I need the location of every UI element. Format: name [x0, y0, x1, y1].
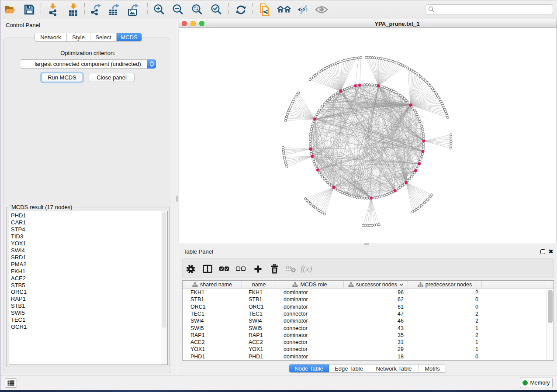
main-toolbar	[0, 0, 557, 18]
table-scrollbar[interactable]	[547, 289, 553, 360]
mcds-result-item[interactable]: PMA2	[11, 261, 167, 268]
zoom-selected-button[interactable]	[209, 3, 224, 17]
tab-network[interactable]: Network	[35, 33, 67, 41]
save-session-icon	[24, 4, 35, 15]
run-mcds-button[interactable]: Run MCDS	[41, 73, 83, 82]
table-row[interactable]: STB1STB1dominator620	[183, 296, 554, 303]
columns-button[interactable]	[201, 262, 214, 275]
zoom-out-button[interactable]	[170, 3, 185, 17]
cell-predecessor-nodes: 2	[475, 332, 478, 339]
mcds-result-item[interactable]: STB5	[11, 282, 167, 289]
table-row[interactable]: PHD1PHD1dominator180	[183, 353, 554, 360]
deselect-all-button[interactable]	[234, 262, 248, 275]
column-header-MCDS-role[interactable]: MCDS role	[276, 281, 344, 289]
table-row[interactable]: TEC1TEC1connector472	[183, 310, 554, 317]
cell-predecessor-nodes: 0	[475, 296, 478, 303]
table-row[interactable]: SWI4SWI4dominator462	[183, 317, 554, 324]
hide-selected-button[interactable]	[296, 3, 311, 17]
status-menu-button[interactable]	[5, 378, 17, 388]
mcds-result-item[interactable]: STP4	[11, 226, 167, 233]
gear-button[interactable]	[183, 262, 197, 275]
toolbar-separator	[41, 3, 41, 16]
open-session-button[interactable]	[3, 3, 17, 17]
export-table-button[interactable]	[107, 3, 122, 17]
cell-successor-nodes: 61	[398, 303, 404, 310]
vertical-split-handle[interactable]	[176, 196, 178, 202]
optimization-criterion-select[interactable]: largest connected component (undirected)	[20, 59, 156, 69]
mcds-result-item[interactable]: PHD1	[11, 212, 167, 219]
cell-shared-name: RAP1	[190, 332, 205, 339]
network-canvas[interactable]	[179, 28, 557, 243]
search-input[interactable]	[425, 4, 553, 14]
cell-successor-nodes: 35	[398, 332, 404, 339]
tab-select[interactable]: Select	[90, 33, 117, 41]
mcds-result-item[interactable]: STB1	[11, 303, 167, 309]
tab-mcds[interactable]: MCDS	[117, 33, 142, 41]
function-builder-icon: f(x)	[300, 264, 315, 274]
export-network-button[interactable]	[89, 3, 104, 17]
column-header-shared-name[interactable]: shared name	[183, 281, 242, 289]
mcds-list-scrollbar[interactable]	[161, 211, 167, 364]
export-image-button[interactable]	[126, 3, 141, 17]
toolbar-separator	[228, 3, 229, 16]
delete-button[interactable]	[267, 262, 281, 275]
table-row[interactable]: FKH1FKH1dominator962	[183, 289, 554, 296]
first-neighbors-button[interactable]	[277, 3, 291, 17]
list-menu-icon	[7, 380, 14, 386]
close-table-panel-icon[interactable]: ✖	[548, 249, 554, 254]
column-header-predecessor-nodes[interactable]: predecessor nodes	[408, 281, 482, 289]
save-session-button[interactable]	[22, 3, 37, 17]
table-scrollbar-thumb[interactable]	[548, 290, 553, 323]
mcds-result-item[interactable]: SWI4	[11, 247, 167, 254]
zoom-in-icon	[153, 3, 165, 16]
mcds-result-item[interactable]: RAP1	[11, 296, 167, 303]
export-network-icon	[90, 3, 102, 16]
vertical-split-divider[interactable]	[176, 19, 179, 375]
table-row[interactable]: RAP1RAP1dominator352	[183, 332, 554, 339]
column-header-name[interactable]: name	[242, 281, 276, 289]
show-all-button[interactable]	[314, 3, 329, 17]
import-network-button[interactable]	[46, 3, 61, 17]
mcds-result-item[interactable]: TID3	[11, 233, 167, 240]
mcds-result-item[interactable]: ORC1	[11, 289, 167, 296]
function-builder-button: f(x)	[301, 262, 315, 275]
mcds-result-item[interactable]: SRD1	[11, 254, 167, 261]
zoom-fit-button[interactable]	[190, 3, 204, 17]
columns-icon	[203, 265, 212, 273]
table-row[interactable]: ACE2ACE2connector311	[183, 339, 554, 346]
cell-MCDS-role: dominator	[284, 332, 308, 339]
select-all-button[interactable]	[217, 262, 231, 275]
mcds-result-item[interactable]: SWI5	[11, 309, 167, 316]
tab-edge-table[interactable]: Edge Table	[329, 364, 369, 372]
refresh-layout-button[interactable]	[233, 3, 248, 17]
add-button[interactable]	[251, 262, 265, 275]
cell-shared-name: STB1	[190, 296, 204, 303]
tab-network-table[interactable]: Network Table	[369, 364, 419, 372]
close-panel-button[interactable]: Close panel	[89, 73, 135, 82]
zoom-in-button[interactable]	[152, 3, 166, 17]
mcds-result-item[interactable]: ACE2	[11, 275, 167, 282]
float-table-panel-icon[interactable]	[540, 249, 545, 254]
clone-network-button[interactable]	[257, 3, 272, 17]
column-header-successor-nodes[interactable]: successor nodes	[344, 281, 408, 289]
tab-style[interactable]: Style	[67, 33, 90, 41]
table-row[interactable]: SWI5SWI5connector431	[183, 325, 554, 332]
tab-motifs[interactable]: Motifs	[419, 364, 446, 372]
table-row[interactable]: ORC1ORC1dominator610	[183, 303, 554, 310]
cell-MCDS-role: connector	[284, 339, 308, 346]
memory-button[interactable]: Memory	[520, 378, 553, 388]
mcds-list-scrollbar-thumb[interactable]	[162, 212, 166, 328]
mcds-result-item[interactable]: FKH1	[11, 268, 167, 275]
mcds-result-item[interactable]: CAR1	[11, 219, 167, 226]
mcds-result-item[interactable]: YOX1	[11, 240, 167, 247]
mcds-result-list[interactable]: PHD1CAR1STP4TID3YOX1SWI4SRD1PMA2FKH1ACE2…	[9, 211, 168, 365]
cell-shared-name: PHD1	[190, 353, 205, 360]
table-row[interactable]: YOX1YOX1connector291	[183, 346, 554, 353]
mcds-result-item[interactable]: TEC1	[11, 316, 167, 323]
network-window-titlebar[interactable]: YPA_prune.txt_1	[179, 19, 557, 28]
svg-text:f(x): f(x)	[301, 264, 312, 274]
import-table-button[interactable]	[66, 3, 80, 17]
tab-node-table[interactable]: Node Table	[289, 364, 329, 372]
mcds-result-item[interactable]: GCR1	[11, 323, 167, 330]
table-toolbar: f(x)	[182, 258, 554, 278]
